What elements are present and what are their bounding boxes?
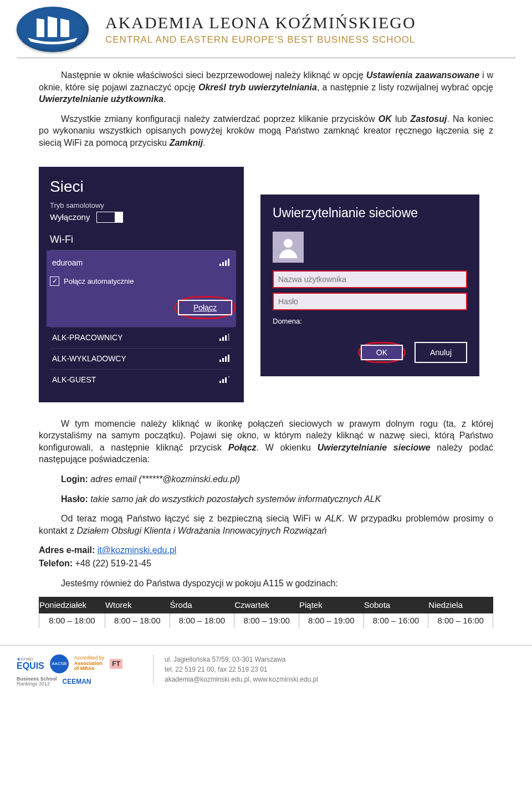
airplane-label: Tryb samolotowy <box>50 201 233 209</box>
text: Połącz <box>228 443 257 452</box>
text: . W okienku <box>257 443 318 452</box>
table-cell: 8:00 – 16:00 <box>364 613 428 628</box>
password-label: Hasło: <box>61 494 88 504</box>
login-line: Login: adres email (******@kozminski.edu… <box>61 473 493 485</box>
table-header: Sobota <box>364 597 428 613</box>
text: Następnie w oknie właściwości sieci bezp… <box>61 70 366 80</box>
svg-rect-12 <box>222 358 224 362</box>
signal-open-icon <box>219 375 231 385</box>
svg-point-19 <box>284 239 293 248</box>
hours-table: Poniedziałek Wtorek Środa Czwartek Piąte… <box>39 597 493 628</box>
text: Uwierzytelnianie użytkownika <box>39 94 163 104</box>
logo-ship-icon <box>17 7 89 52</box>
header-title: AKADEMIA LEONA KOŹMIŃSKIEGO <box>105 13 515 32</box>
svg-rect-4 <box>222 262 224 266</box>
svg-rect-11 <box>219 360 221 362</box>
table-header: Piątek <box>299 597 364 613</box>
header-subtitle: CENTRAL AND EASTERN EUROPE'S BEST BUSINE… <box>105 34 515 45</box>
password-input[interactable] <box>273 293 467 310</box>
airplane-value: Wyłączony <box>50 212 90 222</box>
text: Zastosuj <box>411 114 447 124</box>
avatar-icon <box>273 232 304 263</box>
svg-rect-16 <box>222 379 224 383</box>
table-cell: 8:00 – 18:00 <box>39 613 105 628</box>
network-item-eduroam[interactable]: eduroam ✓ Połącz automatycznie <box>47 250 236 296</box>
contact-email: Adres e-mail: it@kozminski.edu.pl <box>39 544 493 556</box>
text: ALK <box>325 514 342 523</box>
table-header: Czwartek <box>234 597 299 613</box>
svg-rect-0 <box>35 17 37 38</box>
bsr-badge: Business SchoolRankings 2012 <box>17 677 57 687</box>
highlight-circle: OK <box>358 342 406 363</box>
auto-connect-label: Połącz automatycznie <box>64 277 134 285</box>
paragraph-5: Jesteśmy również do Państwa dyspozycji w… <box>39 577 493 590</box>
text: , a następnie z listy rozwijalnej wybrać… <box>317 83 493 92</box>
auth-panel: Uwierzytelnianie sieciowe Domena: OK Anu… <box>260 195 479 376</box>
svg-rect-3 <box>219 264 221 266</box>
table-header: Środa <box>170 597 234 613</box>
phone-label: Telefon: <box>39 559 75 568</box>
text: Uwierzytelnianie sieciowe <box>318 443 431 452</box>
cancel-button[interactable]: Anuluj <box>415 342 467 363</box>
text: Zamknij <box>170 138 203 147</box>
address-line: akademia@kozminski.edu.pl, www.kozminski… <box>165 674 318 684</box>
ok-button[interactable]: OK <box>361 345 403 360</box>
network-name: ALK-PRACOWNICY <box>52 333 123 342</box>
wifi-section-label: Wi-Fi <box>50 231 233 250</box>
svg-rect-9 <box>225 335 227 341</box>
paragraph-3: W tym momencie należy kliknąć w ikonkę p… <box>39 418 493 465</box>
domain-label: Domena: <box>273 317 467 325</box>
efmd-badge: ★EFMDEQUIS <box>17 656 44 671</box>
signal-icon <box>219 333 231 342</box>
text: . <box>163 94 166 104</box>
contact-phone: Telefon: +48 (22) 519-21-45 <box>39 557 493 570</box>
paragraph-1: Następnie w oknie właściwości sieci bezp… <box>39 69 493 105</box>
network-item[interactable]: ALK-GUEST <box>50 370 233 390</box>
paragraph-4: Od teraz mogą Państwo łączyć się z bezpi… <box>39 513 493 536</box>
address-line: ul. Jagiellońska 57/59, 03-301 Warszawa <box>165 654 318 664</box>
networks-panel: Sieci Tryb samolotowy Wyłączony Wi-Fi ed… <box>39 167 244 402</box>
table-header: Poniedziałek <box>39 597 105 613</box>
text: Wszystkie zmiany konfiguracji należy zat… <box>61 114 378 124</box>
table-cell: 8:00 – 18:00 <box>170 613 234 628</box>
page-header: AKADEMIA LEONA KOŹMIŃSKIEGO CENTRAL AND … <box>0 0 532 55</box>
svg-rect-13 <box>225 356 227 362</box>
text: Działem Obsługi Klienta i Wdrażania Inno… <box>76 526 326 535</box>
table-header: Wtorek <box>105 597 170 613</box>
table-cell: 8:00 – 19:00 <box>299 613 364 628</box>
svg-rect-10 <box>228 334 229 341</box>
svg-point-18 <box>228 376 229 377</box>
ft-badge: FT <box>110 659 122 669</box>
text: Od teraz mogą Państwo łączyć się z bezpi… <box>61 514 325 523</box>
svg-rect-1 <box>46 15 48 38</box>
network-name: eduroam <box>52 258 83 267</box>
text: lub <box>392 114 411 124</box>
accreditation-logos: ★EFMDEQUIS AACSB Accredited byAssociatio… <box>17 654 139 687</box>
email-label: Adres e-mail: <box>39 545 98 555</box>
text: OK <box>378 114 392 124</box>
username-input[interactable] <box>273 270 467 288</box>
networks-title: Sieci <box>50 178 233 196</box>
table-header: Niedziela <box>428 597 493 613</box>
network-item[interactable]: ALK-WYKLADOWCY <box>50 349 233 369</box>
auto-connect-checkbox[interactable]: ✓ <box>50 277 59 286</box>
svg-rect-15 <box>219 381 221 383</box>
login-label: Login: <box>61 474 88 484</box>
login-value: adres email (******@kozminski.edu.pl) <box>88 474 240 484</box>
svg-rect-5 <box>225 260 227 266</box>
page-footer: ★EFMDEQUIS AACSB Accredited byAssociatio… <box>0 645 532 689</box>
text: Ustawienia zaawansowane <box>366 70 479 80</box>
connect-button[interactable]: Połącz <box>178 300 232 315</box>
signal-icon <box>219 354 231 364</box>
svg-rect-17 <box>225 377 227 383</box>
text: Określ tryb uwierzytelniania <box>198 83 317 92</box>
email-link[interactable]: it@kozminski.edu.pl <box>98 545 177 555</box>
text: . <box>203 138 205 147</box>
password-value: takie samo jak do wszystkich pozostałych… <box>88 494 381 504</box>
svg-rect-14 <box>228 355 229 362</box>
aacsb-badge: AACSB <box>50 654 69 673</box>
airplane-toggle[interactable] <box>96 212 123 223</box>
amba-badge: Accredited byAssociationof MBAs <box>74 656 105 671</box>
network-item[interactable]: ALK-PRACOWNICY <box>50 328 233 348</box>
table-cell: 8:00 – 18:00 <box>105 613 170 628</box>
